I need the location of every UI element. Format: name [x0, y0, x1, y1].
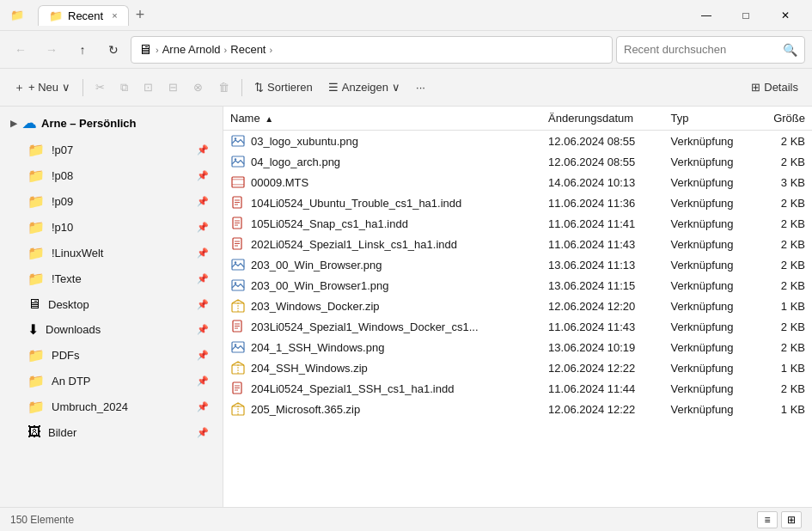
file-type: Verknüpfung: [664, 234, 757, 254]
delete-button[interactable]: 🗑: [211, 74, 236, 101]
file-name-cell: 204_SSH_Windows.zip: [223, 357, 541, 378]
file-type: Verknüpfung: [664, 275, 757, 296]
file-date: 12.06.2024 08:55: [541, 131, 663, 152]
address-bar[interactable]: 🖥 › Arne Arnold › Recent ›: [131, 36, 613, 64]
svg-rect-4: [232, 177, 244, 187]
tab-close-button[interactable]: ×: [112, 10, 117, 21]
table-row[interactable]: 203_00_Win_Browser.png 13.06.2024 11:13 …: [223, 254, 812, 275]
view-button[interactable]: ☰ Anzeigen ∨: [321, 74, 407, 101]
rename-button[interactable]: ⊟: [162, 74, 185, 101]
sidebar-item-an-dtp[interactable]: 📁 An DTP 📌: [3, 369, 219, 394]
sidebar-item--p08[interactable]: 📁 !p08 📌: [3, 163, 219, 188]
table-row[interactable]: 03_logo_xubuntu.png 12.06.2024 08:55 Ver…: [223, 131, 812, 152]
col-size[interactable]: Größe: [757, 107, 812, 131]
table-row[interactable]: 203_Windows_Docker.zip 12.06.2024 12:20 …: [223, 296, 812, 316]
file-type: Verknüpfung: [664, 131, 757, 152]
details-view-button[interactable]: ⊞: [781, 511, 802, 528]
breadcrumb-part-2[interactable]: Recent: [230, 43, 266, 56]
file-date: 12.06.2024 08:55: [541, 151, 663, 172]
file-date: 11.06.2024 11:41: [541, 213, 663, 234]
sidebar-item-desktop[interactable]: 🖥 Desktop 📌: [3, 292, 219, 316]
sidebar-item-bilder[interactable]: 🖼 Bilder 📌: [3, 420, 219, 444]
copy-icon: ⧉: [120, 81, 128, 95]
cut-icon: ✂: [95, 81, 105, 94]
sort-button[interactable]: ⇅ Sortieren: [247, 74, 320, 101]
sidebar-item--p07[interactable]: 📁 !p07 📌: [3, 137, 219, 162]
col-date[interactable]: Änderungsdatum: [541, 107, 663, 131]
file-name: 04_logo_arch.png: [251, 156, 340, 168]
file-name: 104Li0524_Ubuntu_Trouble_cs1_ha1.indd: [251, 197, 461, 210]
sidebar-item-pdfs[interactable]: 📁 PDFs 📌: [3, 343, 219, 368]
col-type[interactable]: Typ: [664, 107, 757, 131]
tab-label: Recent: [68, 9, 103, 22]
col-name[interactable]: Name ▲: [223, 107, 541, 131]
tab-icon: 📁: [49, 9, 63, 22]
table-row[interactable]: 104Li0524_Ubuntu_Trouble_cs1_ha1.indd 11…: [223, 192, 812, 213]
table-row[interactable]: 204_1_SSH_Windows.png 13.06.2024 10:19 V…: [223, 337, 812, 357]
table-row[interactable]: 205_Microsoft.365.zip 12.06.2024 12:22 V…: [223, 399, 812, 419]
breadcrumb-part-1[interactable]: Arne Arnold: [162, 43, 221, 56]
sidebar-item-umbruch-2024[interactable]: 📁 Umbruch_2024 📌: [3, 394, 219, 419]
table-row[interactable]: 204_SSH_Windows.zip 12.06.2024 12:22 Ver…: [223, 357, 812, 378]
file-name: 204_1_SSH_Windows.png: [251, 341, 384, 354]
folder-icon: ⬇: [27, 321, 39, 338]
details-label: Details: [764, 81, 798, 94]
folder-icon: 📁: [27, 193, 45, 210]
new-plus-icon: ＋: [14, 80, 25, 95]
toolbar-separator-2: [241, 79, 242, 96]
folder-icon: 📁: [27, 245, 45, 261]
table-row[interactable]: 203_00_Win_Browser1.png 13.06.2024 11:15…: [223, 275, 812, 296]
sidebar-item--texte[interactable]: 📁 !Texte 📌: [3, 266, 219, 291]
maximize-button[interactable]: □: [726, 2, 766, 29]
refresh-button[interactable]: ↻: [100, 36, 127, 64]
file-type: Verknüpfung: [664, 357, 757, 378]
new-button[interactable]: ＋ + Neu ∨: [7, 74, 77, 101]
more-button[interactable]: ···: [409, 74, 432, 101]
file-name: 203_00_Win_Browser1.png: [251, 279, 388, 292]
new-tab-button[interactable]: +: [129, 5, 152, 26]
file-type-icon: [230, 216, 246, 231]
table-row[interactable]: 00009.MTS 14.06.2024 10:13 Verknüpfung 3…: [223, 172, 812, 192]
list-view-button[interactable]: ≡: [757, 511, 778, 528]
forward-button[interactable]: →: [38, 36, 65, 64]
sidebar-item--p10[interactable]: 📁 !p10 📌: [3, 215, 219, 240]
pin-icon: 📌: [197, 170, 209, 181]
up-button[interactable]: ↑: [69, 36, 96, 64]
table-row[interactable]: 202Li0524_Spezial1_Linsk_cs1_ha1.indd 11…: [223, 234, 812, 254]
back-button[interactable]: ←: [7, 36, 34, 64]
file-list: Name ▲ Änderungsdatum Typ Größe: [223, 107, 812, 507]
recent-tab[interactable]: 📁 Recent ×: [38, 5, 129, 26]
share-button[interactable]: ⊗: [186, 74, 210, 101]
file-name: 03_logo_xubuntu.png: [251, 135, 358, 148]
folder-icon: 🖥: [27, 296, 41, 312]
table-row[interactable]: 105Li0524_Snap_cs1_ha1.indd 11.06.2024 1…: [223, 213, 812, 234]
file-name-cell: 203Li0524_Spezial1_Windows_Docker_cs1...: [223, 316, 541, 337]
paste-icon: ⊡: [143, 81, 153, 94]
table-row[interactable]: 204Li0524_Spezial1_SSH_cs1_ha1.indd 11.0…: [223, 378, 812, 399]
sidebar-item-label: !LinuxWelt: [52, 247, 103, 259]
table-row[interactable]: 203Li0524_Spezial1_Windows_Docker_cs1...…: [223, 316, 812, 337]
copy-button[interactable]: ⧉: [113, 74, 135, 101]
paste-button[interactable]: ⊡: [137, 74, 160, 101]
svg-rect-5: [232, 179, 244, 180]
table-row[interactable]: 04_logo_arch.png 12.06.2024 08:55 Verknü…: [223, 151, 812, 172]
file-date: 12.06.2024 12:22: [541, 399, 663, 419]
folder-icon: 📁: [27, 373, 45, 389]
search-bar[interactable]: 🔍: [616, 36, 805, 64]
sidebar-item-label: !p07: [52, 143, 73, 156]
sidebar-item--p09[interactable]: 📁 !p09 📌: [3, 189, 219, 214]
file-name-cell: 03_logo_xubuntu.png: [223, 131, 541, 152]
file-type-icon: [230, 278, 246, 293]
search-input[interactable]: [624, 43, 779, 56]
file-type: Verknüpfung: [664, 296, 757, 316]
minimize-button[interactable]: —: [687, 2, 726, 29]
sidebar-section-personal[interactable]: ▶ ☁ Arne – Persönlich: [0, 110, 223, 137]
file-name: 203Li0524_Spezial1_Windows_Docker_cs1...: [251, 320, 479, 333]
sidebar-item--linuxwelt[interactable]: 📁 !LinuxWelt 📌: [3, 241, 219, 266]
close-button[interactable]: ✕: [766, 2, 805, 29]
details-button[interactable]: ⊞ Details: [744, 74, 805, 101]
status-bar: 150 Elemente ≡ ⊞: [0, 507, 812, 531]
cut-button[interactable]: ✂: [89, 74, 112, 101]
file-type-icon: [230, 360, 246, 375]
sidebar-item-downloads[interactable]: ⬇ Downloads 📌: [3, 317, 219, 342]
